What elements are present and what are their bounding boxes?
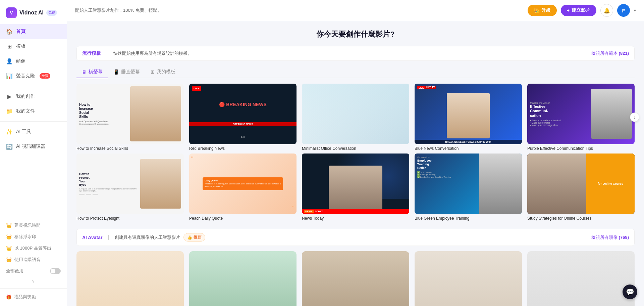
template-card-purple[interactable]: Master the Art of EffectiveCommuni-catio…	[527, 84, 635, 151]
advanced-voice-item[interactable]: 👑 使用進階語音	[0, 254, 67, 265]
template-name-eyesight: How to Protect Eyesight	[76, 216, 184, 221]
sidebar-item-ai-tools[interactable]: ✨ AI 工具	[0, 124, 67, 139]
template-name-office: Minimalist Office Conversation	[302, 146, 409, 151]
plus-icon: +	[567, 8, 570, 13]
template-name-bluenews: Blue News Conversation	[415, 146, 522, 151]
bottom-divider-2	[0, 288, 67, 289]
template-card-social[interactable]: How toIncreaseSocialSkills Ask Open-ende…	[76, 84, 184, 151]
logo-icon: V	[6, 7, 17, 18]
avatar-grid	[76, 251, 635, 306]
templates-label-sub: 快速開始使用專為所有場景設計的模板。	[113, 50, 192, 56]
tab-portrait[interactable]: 📱 垂直螢幕	[108, 66, 145, 78]
view-all-avatars[interactable]: 檢視所有頭像 (768)	[591, 234, 629, 241]
template-thumb-quote: " Daily Quote "Wellness is a journey, no…	[189, 154, 297, 214]
template-card-quote[interactable]: " Daily Quote "Wellness is a journey, no…	[189, 154, 297, 221]
sidebar-collapse-btn[interactable]: ∨	[0, 277, 67, 286]
carousel-next-button[interactable]: ›	[630, 113, 639, 122]
sidebar-item-avatar[interactable]: 👤 頭像	[0, 54, 67, 69]
topbar: 開始人工智慧影片創作，100% 免費、輕鬆。 👑 升級 + 建立影片 🔔 F ▾	[67, 0, 644, 21]
avatar-label-main: AI Avatar	[82, 235, 102, 240]
sidebar-item-my-files[interactable]: 📁 我的文件	[0, 104, 67, 119]
template-thumb-purple: Master the Art of EffectiveCommuni-catio…	[527, 84, 635, 144]
recommend-label: 推薦	[194, 234, 202, 240]
sidebar-item-templates[interactable]: ⊞ 模板	[0, 39, 67, 54]
avatar-card-2[interactable]	[189, 251, 297, 306]
sidebar-label-my-files: 我的文件	[16, 108, 35, 114]
view-all-templates[interactable]: 檢視所有範本 (821)	[591, 50, 629, 56]
tab-my-templates[interactable]: ⊞ 我的模板	[145, 66, 181, 78]
avatar-label: AI Avatar 創建具有逼真頭像的人工智慧影片 👍 推薦	[82, 233, 205, 242]
sidebar-bottom: 👑 延長視訊時間 👑 移除浮水印 👑 以 1080P 品質導出 👑 使用進階語音…	[0, 211, 67, 306]
template-thumb-office	[302, 84, 409, 144]
gifts-rewards-label: 禮品與獎勵	[14, 294, 36, 300]
template-tabs: 🖥 橫螢幕 📱 垂直螢幕 ⊞ 我的模板	[76, 66, 635, 78]
sidebar-label-my-creation: 我的創作	[16, 93, 35, 99]
topbar-subtitle: 開始人工智慧影片創作，100% 免費、輕鬆。	[75, 7, 162, 13]
templates-icon: ⊞	[6, 43, 13, 50]
template-grid-row1: How toIncreaseSocialSkills Ask Open-ende…	[76, 84, 635, 151]
hd-export-label: 以 1080P 品質導出	[14, 245, 51, 251]
logo-area: V Vidnoz AI 免費	[0, 3, 67, 24]
sidebar-label-avatar: 頭像	[16, 58, 25, 64]
recommend-icon: 👍	[187, 235, 192, 240]
sidebar-label-home: 首頁	[16, 29, 25, 35]
avatar-section-header: AI Avatar 創建具有逼真頭像的人工智慧影片 👍 推薦 檢視所有頭像 (7…	[76, 229, 635, 246]
sidebar-label-voice: 聲音克隆	[16, 73, 35, 79]
sidebar-label-ai-translate: AI 視訊翻譯器	[16, 143, 45, 149]
avatar-card-1[interactable]	[76, 251, 184, 306]
chat-support-button[interactable]: 💬	[623, 285, 637, 299]
extend-time-label: 延長視訊時間	[14, 222, 41, 228]
section-sep-1	[107, 51, 107, 56]
template-name-quote: Peach Daily Quote	[189, 216, 297, 221]
template-thumb-bluenews: LIVE LIVE TV BREAKING NEWS TODAY, 10 APR…	[415, 84, 522, 144]
sidebar-label-templates: 模板	[16, 43, 25, 49]
sidebar-item-ai-translate[interactable]: 🔄 AI 視訊翻譯器	[0, 139, 67, 154]
template-name-purple: Purple Effective Communication Tips	[527, 146, 635, 151]
crown-icon-4: 👑	[6, 257, 12, 262]
template-card-training[interactable]: Company Inc. EmployeeTrainingSeries ✅ Sk…	[415, 154, 522, 221]
extend-time-item[interactable]: 👑 延長視訊時間	[0, 220, 67, 231]
view-all-avatars-count: (768)	[619, 235, 629, 240]
sidebar-divider-2	[0, 121, 67, 122]
gift-icon: 🎁	[6, 295, 11, 300]
avatar-card-5[interactable]	[527, 251, 635, 306]
template-card-online[interactable]: for Online Course Study Strategies for O…	[527, 154, 635, 221]
avatar-card-4[interactable]	[415, 251, 522, 306]
template-card-office[interactable]: Minimalist Office Conversation	[302, 84, 409, 151]
create-video-button[interactable]: + 建立影片	[561, 5, 596, 16]
template-card-breaking[interactable]: LIVE 🔴 BREAKING NEWS BREAKING NEWS 9:00 …	[189, 84, 297, 151]
upgrade-button[interactable]: 👑 升級	[528, 5, 557, 16]
template-card-bluenews[interactable]: LIVE LIVE TV BREAKING NEWS TODAY, 10 APR…	[415, 84, 522, 151]
main-content: 開始人工智慧影片創作，100% 免費、輕鬆。 👑 升級 + 建立影片 🔔 F ▾…	[67, 0, 644, 306]
view-all-count: (821)	[619, 51, 629, 56]
template-card-eyesight[interactable]: How toProtectYourEyes A regular visit to…	[76, 154, 184, 221]
my-files-icon: 📁	[6, 108, 13, 115]
crown-icon-3: 👑	[6, 246, 12, 251]
sidebar-nav: 🏠 首頁 ⊞ 模板 👤 頭像 📊 聲音克隆 免費 ▶ 我的創作 📁 我的文件 ✨	[0, 24, 67, 211]
user-menu-chevron[interactable]: ▾	[634, 8, 636, 13]
enable-all-item[interactable]: 全部啟用	[0, 265, 67, 277]
sidebar-item-voice[interactable]: 📊 聲音克隆 免費	[0, 69, 67, 83]
user-avatar-button[interactable]: F	[617, 4, 630, 17]
voice-icon: 📊	[6, 73, 13, 79]
sidebar-item-home[interactable]: 🏠 首頁	[0, 24, 67, 39]
logo-text: Vidnoz AI	[19, 10, 44, 16]
template-card-newstoday[interactable]: NEWS TODAY News Today	[302, 154, 409, 221]
remove-watermark-item[interactable]: 👑 移除浮水印	[0, 231, 67, 243]
hd-export-item[interactable]: 👑 以 1080P 品質導出	[0, 243, 67, 254]
avatar-card-3[interactable]	[302, 251, 409, 306]
gifts-rewards-item[interactable]: 🎁 禮品與獎勵	[0, 291, 67, 303]
my-creation-icon: ▶	[6, 93, 13, 100]
enable-all-toggle[interactable]	[50, 268, 61, 274]
content-area: 你今天要創作什麼影片? 流行模板 快速開始使用專為所有場景設計的模板。 檢視所有…	[67, 21, 644, 306]
home-icon: 🏠	[6, 28, 13, 35]
sidebar-item-my-creation[interactable]: ▶ 我的創作	[0, 89, 67, 104]
tab-landscape[interactable]: 🖥 橫螢幕	[76, 66, 108, 78]
template-name-social: How to Increase Social Skills	[76, 146, 184, 151]
notifications-button[interactable]: 🔔	[600, 4, 613, 17]
advanced-voice-label: 使用進階語音	[14, 257, 41, 263]
avatar-sep	[108, 235, 109, 240]
crown-upgrade-icon: 👑	[534, 8, 539, 13]
templates-label-main: 流行模板	[82, 50, 101, 56]
ai-translate-icon: 🔄	[6, 143, 13, 150]
